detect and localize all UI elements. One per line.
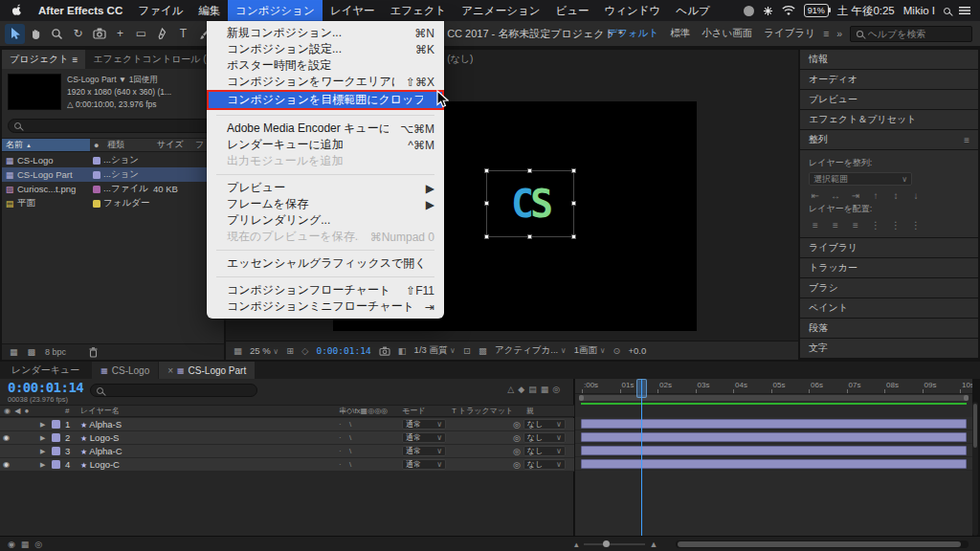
- selection-handle[interactable]: [484, 234, 489, 239]
- view-layout-dropdown[interactable]: 1画面 ∨: [574, 344, 606, 357]
- pickwhip-icon[interactable]: ◎: [513, 433, 521, 443]
- layer-name[interactable]: ★ Alpha-C: [80, 446, 339, 456]
- workspace-menu-icon[interactable]: ≡: [823, 28, 829, 39]
- menu-item[interactable]: [207, 169, 444, 180]
- timeline-zoom-slider[interactable]: ▴ ▲: [574, 537, 657, 551]
- menu-item[interactable]: レンダーキューに追加 ^⌘M: [207, 137, 444, 153]
- collapsed-panel-tab[interactable]: ペイント: [800, 298, 978, 318]
- menu-item[interactable]: 新規コンポジション... ⌘N: [207, 25, 444, 41]
- column-name[interactable]: 名前▲: [2, 139, 90, 151]
- layer-name[interactable]: ★ Logo-S: [80, 432, 339, 443]
- twirl-icon[interactable]: ▶: [40, 448, 52, 455]
- snapshot-icon[interactable]: [379, 346, 390, 356]
- align-icon[interactable]: ↕: [889, 190, 902, 201]
- timeline-bottom-toggles[interactable]: ◉▦◎: [0, 540, 48, 549]
- menu-item[interactable]: コンポジションをワークエリアにトリム ⇧⌘X: [207, 74, 444, 90]
- menubar-item[interactable]: コンポジション: [228, 0, 322, 21]
- align-icon[interactable]: ⇤: [809, 190, 822, 201]
- hand-tool[interactable]: [26, 24, 46, 44]
- workspace-tab[interactable]: 小さい画面: [702, 27, 752, 40]
- selection-handle[interactable]: [484, 201, 489, 206]
- timeline-view-toggles[interactable]: △◆▤▦◎: [507, 385, 564, 394]
- selection-handle[interactable]: [527, 168, 532, 173]
- input-source-icon[interactable]: [763, 6, 773, 16]
- menubar-item[interactable]: レイヤー: [323, 0, 383, 21]
- collapsed-panel-tab[interactable]: 段落: [800, 319, 978, 338]
- magnification-dropdown[interactable]: 25 % ∨: [250, 345, 278, 356]
- distribute-icon[interactable]: ≡: [849, 220, 862, 231]
- video-eye-icon[interactable]: ◉: [0, 433, 40, 442]
- battery-icon[interactable]: 91%: [804, 4, 829, 17]
- layer-duration-bar[interactable]: [581, 446, 967, 455]
- align-panel-header[interactable]: 整列 ≡: [800, 130, 978, 149]
- collapsed-panel-tab[interactable]: ライブラリ: [800, 238, 978, 257]
- menu-item[interactable]: プレビュー ▶: [207, 180, 444, 196]
- menubar-item[interactable]: After Effects CC: [31, 0, 130, 21]
- current-time-display[interactable]: 0:00:01:14: [8, 380, 83, 395]
- selection-tool[interactable]: [5, 24, 25, 44]
- workspace-tab[interactable]: ライブラリ: [764, 27, 815, 40]
- wifi-icon[interactable]: [782, 6, 795, 16]
- timeline-tab[interactable]: × ▦ CS-Logo: [92, 362, 158, 379]
- resolution-dropdown[interactable]: 1/3 画質 ∨: [414, 344, 456, 357]
- collapsed-panel-tab[interactable]: トラッカー: [800, 258, 978, 277]
- menu-item[interactable]: コンポジションを目標範囲にクロップ: [207, 90, 444, 110]
- always-preview-icon[interactable]: ▦: [234, 345, 242, 356]
- workspace-overflow-icon[interactable]: »: [836, 28, 842, 39]
- camera-view-dropdown[interactable]: アクティブカ... ∨: [495, 344, 567, 357]
- layer-switches[interactable]: · \: [339, 433, 402, 442]
- pickwhip-icon[interactable]: ◎: [513, 460, 521, 470]
- channels-icon[interactable]: ◧: [398, 345, 407, 356]
- collapsed-panel-tab[interactable]: ブラシ: [800, 278, 978, 298]
- project-item-row[interactable]: ▦ CS-Logo Part ...ション: [2, 167, 224, 182]
- tracks-vertical-scrollbar[interactable]: [972, 402, 978, 536]
- zoom-in-icon[interactable]: ▲: [650, 540, 658, 549]
- parent-dropdown[interactable]: なし∨: [523, 432, 566, 443]
- timeline-tab[interactable]: × ▦ レンダーキュー: [0, 362, 91, 379]
- project-item-row[interactable]: ▨ Curiosc...t.png ...ファイル 40 KB: [2, 182, 224, 196]
- timeline-horizontal-scrollbar[interactable]: [676, 540, 969, 548]
- menu-item[interactable]: [207, 110, 444, 121]
- menubar-item[interactable]: ファイル: [130, 0, 190, 21]
- menu-item[interactable]: フレームを保存 ▶: [207, 196, 444, 212]
- parent-dropdown[interactable]: なし∨: [523, 459, 566, 470]
- align-icon[interactable]: ↔: [829, 190, 842, 201]
- blend-mode-dropdown[interactable]: 通常∨: [402, 446, 446, 456]
- menubar-item[interactable]: エフェクト: [382, 0, 454, 21]
- layer-color-chip[interactable]: [52, 433, 60, 442]
- parent-dropdown[interactable]: なし∨: [523, 419, 566, 430]
- collapsed-panel-tab[interactable]: 情報: [800, 50, 978, 69]
- workspace-tab[interactable]: 標準: [670, 27, 690, 40]
- layer-switches[interactable]: · \: [339, 447, 402, 455]
- twirl-icon[interactable]: ▶: [40, 421, 52, 429]
- menu-item[interactable]: コンポジション設定... ⌘K: [207, 41, 444, 57]
- menu-item[interactable]: Adobe Media Encoder キューに追加... ⌥⌘M: [207, 121, 444, 137]
- column-type[interactable]: 種類: [103, 139, 153, 151]
- menubar-clock[interactable]: 土 午後0:25: [837, 4, 895, 18]
- menubar-item[interactable]: 編集: [190, 0, 228, 21]
- menu-item[interactable]: コンポジションフローチャート ⇧F11: [207, 282, 444, 298]
- align-icon[interactable]: ↑: [869, 190, 882, 201]
- tab-project[interactable]: プロジェクト ≡: [2, 50, 85, 69]
- layer-row[interactable]: ◉ ▶ 4 ★ Logo-C · \ 通常∨ アル反∨ ◎なし∨: [0, 458, 574, 472]
- selection-handle[interactable]: [571, 168, 576, 173]
- pickwhip-icon[interactable]: ◎: [513, 420, 521, 430]
- panel-menu-icon[interactable]: ≡: [964, 135, 969, 145]
- playhead-line[interactable]: [641, 379, 642, 536]
- distribute-icon[interactable]: ⋮: [909, 220, 923, 231]
- zoom-slider-knob[interactable]: [603, 540, 610, 547]
- menu-item[interactable]: [207, 245, 444, 255]
- align-icon[interactable]: ↓: [909, 190, 923, 201]
- layer-duration-bar[interactable]: [581, 432, 967, 442]
- layer-switches[interactable]: · \: [339, 460, 402, 469]
- type-tool[interactable]: T: [173, 24, 193, 44]
- blend-mode-dropdown[interactable]: 通常∨: [402, 459, 446, 470]
- menu-item[interactable]: エッセンシャルグラフィックスで開く: [207, 255, 444, 272]
- layer-color-chip[interactable]: [52, 420, 60, 429]
- transparency-grid-icon[interactable]: ▩: [479, 345, 487, 356]
- distribute-icon[interactable]: ≡: [809, 220, 822, 231]
- menubar-item[interactable]: ヘルプ: [668, 0, 717, 21]
- column-size[interactable]: サイズ: [153, 139, 191, 151]
- status-dot-icon[interactable]: [744, 6, 754, 16]
- timeline-search-box[interactable]: [90, 384, 257, 397]
